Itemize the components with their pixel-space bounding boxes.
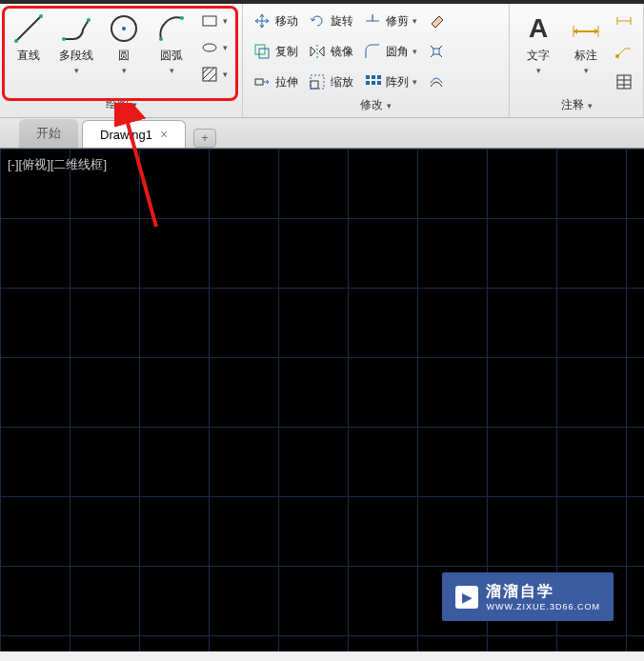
svg-line-30 bbox=[439, 46, 442, 49]
stretch-icon bbox=[252, 72, 272, 91]
polyline-icon bbox=[59, 11, 93, 46]
watermark: ▶ 溜溜自学 WWW.ZIXUE.3D66.COM bbox=[442, 572, 614, 621]
rectangle-tool[interactable]: ▾ bbox=[198, 10, 230, 32]
tab-start[interactable]: 开始 bbox=[19, 119, 78, 148]
svg-point-6 bbox=[122, 27, 126, 30]
circle-icon bbox=[107, 11, 141, 46]
tab-add-button[interactable]: + bbox=[193, 129, 216, 148]
stretch-tool[interactable]: 拉伸 bbox=[251, 70, 300, 93]
drawing-canvas[interactable]: [-][俯视][二维线框] ▶ 溜溜自学 WWW.ZIXUE.3D66.COM bbox=[0, 149, 644, 651]
svg-line-0 bbox=[16, 16, 41, 41]
arc-icon bbox=[154, 11, 189, 46]
copy-icon bbox=[252, 42, 272, 61]
svg-rect-11 bbox=[203, 68, 216, 81]
explode-tool[interactable] bbox=[425, 40, 448, 63]
ellipse-tool[interactable]: ▾ bbox=[198, 36, 230, 59]
chevron-down-icon: ▾ bbox=[536, 66, 541, 75]
linear-dim-icon bbox=[614, 11, 634, 30]
mirror-icon bbox=[308, 42, 327, 61]
scale-icon bbox=[308, 72, 327, 91]
text-icon: A bbox=[521, 11, 555, 46]
text-tool[interactable]: A 文字 ▾ bbox=[517, 10, 559, 77]
ellipse-icon bbox=[200, 38, 219, 57]
chevron-down-icon: ▾ bbox=[584, 66, 589, 75]
svg-rect-24 bbox=[377, 75, 381, 79]
fillet-icon bbox=[363, 42, 382, 61]
document-tabbar: 开始 Drawing1× + bbox=[0, 118, 644, 149]
offset-tool[interactable] bbox=[425, 70, 448, 93]
dimension-icon bbox=[569, 11, 603, 46]
move-tool[interactable]: 移动 bbox=[251, 10, 300, 32]
offset-icon bbox=[427, 72, 446, 91]
move-icon bbox=[252, 11, 272, 30]
erase-tool[interactable] bbox=[425, 10, 448, 32]
rotate-icon bbox=[308, 11, 327, 30]
leader-icon bbox=[614, 42, 634, 61]
svg-point-8 bbox=[180, 16, 184, 20]
play-icon: ▶ bbox=[455, 586, 478, 609]
line-tool[interactable]: 直线 bbox=[8, 10, 50, 66]
arc-tool[interactable]: 圆弧 ▾ bbox=[151, 10, 192, 77]
table-tool[interactable] bbox=[613, 70, 635, 93]
svg-point-1 bbox=[14, 39, 18, 43]
annotate-panel-title[interactable]: 注释 ▾ bbox=[510, 95, 643, 117]
erase-icon bbox=[427, 11, 446, 30]
copy-tool[interactable]: 复制 bbox=[251, 40, 300, 63]
svg-rect-18 bbox=[311, 81, 318, 89]
chevron-down-icon: ▾ bbox=[387, 101, 392, 110]
rotate-tool[interactable]: 旋转 bbox=[306, 10, 355, 32]
svg-line-32 bbox=[439, 54, 442, 57]
array-icon bbox=[363, 72, 382, 91]
svg-rect-19 bbox=[311, 75, 324, 89]
chevron-down-icon: ▾ bbox=[588, 101, 593, 110]
table-icon bbox=[614, 72, 634, 91]
polyline-tool[interactable]: 多段线 ▾ bbox=[55, 10, 97, 77]
svg-rect-17 bbox=[255, 79, 263, 85]
rectangle-icon bbox=[200, 11, 219, 30]
svg-rect-16 bbox=[259, 49, 269, 58]
line-icon bbox=[11, 11, 46, 46]
dimension-tool[interactable]: 标注 ▾ bbox=[565, 10, 607, 77]
hatch-tool[interactable]: ▾ bbox=[198, 63, 230, 86]
hatch-icon bbox=[200, 65, 219, 84]
annotate-panel: A 文字 ▾ 标注 ▾ 注释 ▾ bbox=[510, 4, 644, 117]
mirror-tool[interactable]: 镜像 bbox=[306, 40, 355, 63]
svg-point-2 bbox=[39, 14, 43, 18]
modify-panel: 移动 复制 拉伸 旋转 镜像 缩放 修剪▾ 圆角▾ 阵列▾ 修改 ▾ bbox=[243, 4, 510, 117]
linear-dim-tool[interactable] bbox=[613, 10, 635, 32]
svg-point-7 bbox=[159, 37, 163, 41]
circle-label: 圆 bbox=[118, 48, 130, 64]
svg-rect-22 bbox=[366, 75, 370, 79]
close-icon[interactable]: × bbox=[160, 127, 168, 142]
tab-drawing1[interactable]: Drawing1× bbox=[82, 120, 186, 148]
leader-tool[interactable] bbox=[613, 40, 635, 63]
ribbon: 直线 多段线 ▾ 圆 ▾ 圆弧 ▾ bbox=[0, 4, 644, 118]
view-label[interactable]: [-][俯视][二维线框] bbox=[8, 156, 107, 173]
svg-point-3 bbox=[62, 37, 66, 41]
circle-tool[interactable]: 圆 ▾ bbox=[103, 10, 145, 77]
chevron-down-icon: ▾ bbox=[132, 100, 137, 110]
svg-rect-9 bbox=[203, 16, 216, 26]
svg-point-4 bbox=[87, 18, 91, 22]
chevron-down-icon: ▾ bbox=[74, 66, 79, 75]
chevron-down-icon: ▾ bbox=[170, 66, 174, 75]
svg-line-31 bbox=[431, 54, 433, 57]
explode-icon bbox=[427, 42, 446, 61]
array-tool[interactable]: 阵列▾ bbox=[361, 70, 419, 93]
svg-rect-23 bbox=[372, 75, 375, 79]
fillet-tool[interactable]: 圆角▾ bbox=[361, 40, 419, 63]
trim-tool[interactable]: 修剪▾ bbox=[361, 10, 419, 32]
svg-rect-26 bbox=[372, 81, 375, 85]
svg-rect-25 bbox=[366, 81, 370, 85]
line-label: 直线 bbox=[17, 48, 40, 64]
scale-tool[interactable]: 缩放 bbox=[306, 70, 355, 93]
modify-panel-title[interactable]: 修改 ▾ bbox=[243, 95, 509, 117]
draw-panel: 直线 多段线 ▾ 圆 ▾ 圆弧 ▾ bbox=[0, 4, 243, 117]
svg-rect-28 bbox=[433, 49, 439, 54]
svg-point-10 bbox=[203, 44, 216, 51]
svg-line-29 bbox=[431, 46, 433, 49]
svg-rect-27 bbox=[377, 81, 381, 85]
draw-panel-title[interactable]: 绘图 ▾ bbox=[0, 94, 242, 116]
arc-label: 圆弧 bbox=[160, 48, 183, 64]
trim-icon bbox=[363, 11, 382, 30]
